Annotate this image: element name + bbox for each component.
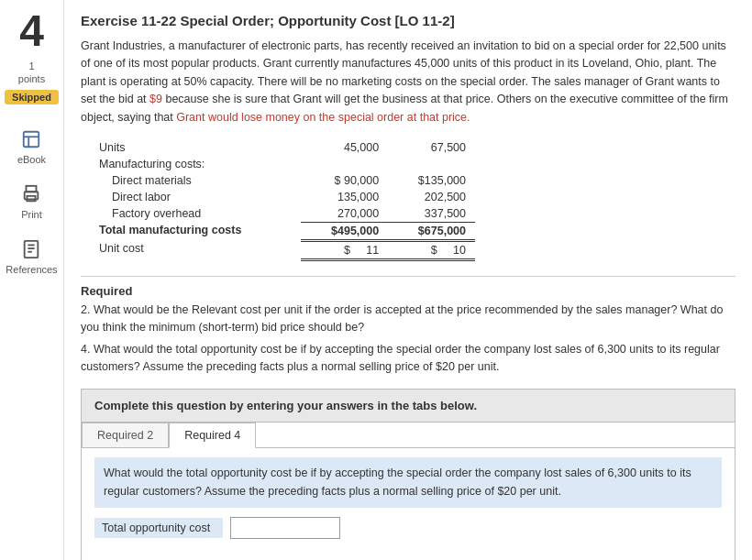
units-col1: 45,000 xyxy=(301,139,388,156)
mfg-costs-label: Manufacturing costs: xyxy=(90,156,301,172)
direct-labor-col1: 135,000 xyxy=(301,189,388,205)
tab-header: Required 2 Required 4 xyxy=(82,423,735,448)
svg-rect-3 xyxy=(27,186,37,192)
desc-highlight: $9 xyxy=(149,93,162,105)
tab-required2[interactable]: Required 2 xyxy=(82,423,169,448)
page-number: 4 xyxy=(19,9,44,53)
ebook-label: eBook xyxy=(17,154,46,165)
required-text-2: 2. What would be the Relevant cost per u… xyxy=(81,302,735,337)
total-opportunity-cost-input[interactable] xyxy=(230,517,340,539)
references-label: References xyxy=(6,264,57,275)
points-value: points xyxy=(18,73,45,84)
ebook-icon xyxy=(18,126,44,152)
tabs-container: Required 2 Required 4 What would the tot… xyxy=(81,423,735,560)
factory-overhead-col2: 337,500 xyxy=(388,205,475,223)
tab-content-required4: What would the total opportunity cost be… xyxy=(82,448,735,557)
complete-box-text: Complete this question by entering your … xyxy=(94,399,477,412)
divider xyxy=(81,276,735,277)
main-content: Exercise 11-22 Special Order; Opportunit… xyxy=(64,0,752,560)
data-table: Units 45,000 67,500 Manufacturing costs:… xyxy=(90,139,475,261)
tab-required4[interactable]: Required 4 xyxy=(169,423,256,448)
sidebar-item-print[interactable]: Print xyxy=(18,181,44,220)
units-label: Units xyxy=(90,139,301,156)
required-text-4: 4. What would the total opportunity cost… xyxy=(81,341,735,377)
units-col2: 67,500 xyxy=(388,139,475,156)
table-row-unit-cost: Unit cost $ 11 $ 10 xyxy=(90,240,475,259)
table-row-direct-labor: Direct labor 135,000 202,500 xyxy=(90,189,475,205)
print-label: Print xyxy=(21,209,42,220)
tab-content-text: What would the total opportunity cost be… xyxy=(94,457,722,508)
factory-overhead-col1: 270,000 xyxy=(301,205,388,223)
sidebar-icons: eBook Print References xyxy=(6,126,57,275)
table-row-direct-materials: Direct materials $ 90,000 $135,000 xyxy=(90,172,475,189)
print-icon xyxy=(18,181,44,207)
unit-cost-col2: $ 10 xyxy=(388,240,475,259)
sidebar-item-references[interactable]: References xyxy=(6,236,57,275)
direct-materials-label: Direct materials xyxy=(90,172,301,189)
svg-rect-0 xyxy=(24,132,39,148)
unit-cost-col1: $ 11 xyxy=(301,240,388,259)
unit-cost-label: Unit cost xyxy=(90,240,301,259)
total-mfg-col1: $495,000 xyxy=(301,222,388,240)
points-label: 1 xyxy=(28,60,34,71)
svg-rect-5 xyxy=(28,196,36,202)
direct-labor-col2: 202,500 xyxy=(388,189,475,205)
exercise-title: Exercise 11-22 Special Order; Opportunit… xyxy=(81,13,735,28)
direct-labor-label: Direct labor xyxy=(90,189,301,205)
sidebar: 4 1 points Skipped eBook Print Refere xyxy=(0,0,64,560)
direct-materials-col1: $ 90,000 xyxy=(301,172,388,189)
required-title: Required xyxy=(81,284,735,298)
complete-box: Complete this question by entering your … xyxy=(81,389,735,423)
table-row-mfg-header: Manufacturing costs: xyxy=(90,156,475,172)
total-mfg-col2: $675,000 xyxy=(388,222,475,240)
description: Grant Industries, a manufacturer of elec… xyxy=(81,38,735,126)
input-row: Total opportunity cost xyxy=(94,517,722,539)
input-label: Total opportunity cost xyxy=(94,518,223,538)
direct-materials-col2: $135,000 xyxy=(388,172,475,189)
desc-highlight2: Grant would lose money on the special or… xyxy=(176,111,470,124)
total-mfg-label: Total manufacturing costs xyxy=(90,222,301,240)
references-icon xyxy=(18,236,44,262)
skipped-badge: Skipped xyxy=(5,90,59,104)
table-row-total-mfg: Total manufacturing costs $495,000 $675,… xyxy=(90,222,475,240)
factory-overhead-label: Factory overhead xyxy=(90,205,301,223)
table-row-units: Units 45,000 67,500 xyxy=(90,139,475,156)
required-section: Required 2. What would be the Relevant c… xyxy=(81,284,735,377)
table-row-factory-overhead: Factory overhead 270,000 337,500 xyxy=(90,205,475,223)
sidebar-item-ebook[interactable]: eBook xyxy=(17,126,46,165)
